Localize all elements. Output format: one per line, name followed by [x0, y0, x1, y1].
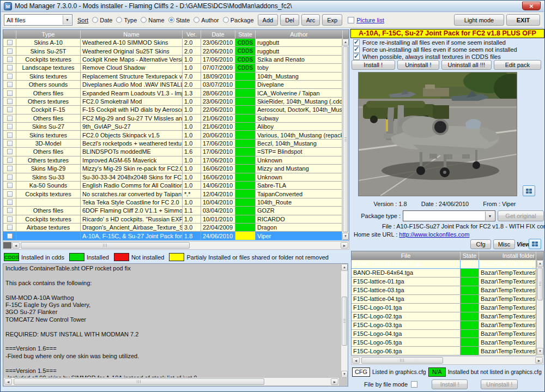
table-row[interactable]: Others textures FC2.0 Smoketrail Mod 1.0… — [3, 98, 349, 106]
checkbox-icon[interactable] — [7, 74, 13, 79]
header-file[interactable]: File — [352, 251, 461, 260]
file-row[interactable]: F15C-Logo-04.tga Bazar\TempTextures\ — [352, 330, 543, 339]
package-type-dropdown[interactable]: ▼ — [403, 210, 495, 221]
scroll-up-arrow[interactable]: ▲ — [341, 264, 348, 271]
checkbox-icon[interactable] — [7, 174, 13, 180]
table-row[interactable]: Others files Expanded Rearm Loadouts V1.… — [3, 89, 349, 97]
sort-label[interactable]: Sort — [77, 17, 88, 23]
cfg-tab-button[interactable]: Cfg — [470, 239, 491, 249]
radio-icon[interactable] — [193, 17, 199, 23]
file-row[interactable]: F15C-Logo-05.tga Bazar\TempTextures\ — [352, 338, 543, 347]
table-row[interactable]: Skins textures Replacement Structure Tex… — [3, 73, 349, 81]
exit-button[interactable]: EXIT — [506, 14, 540, 26]
files-horizontal-scrollbar[interactable]: ◄ ► — [351, 356, 544, 365]
header-checkbox-col[interactable] — [3, 30, 16, 39]
del-button[interactable]: Del — [280, 14, 299, 26]
scroll-down-arrow[interactable]: ▼ — [537, 348, 543, 355]
file-row[interactable]: BANO-RED-64x64.tga Bazar\TempTextures\ — [352, 269, 543, 278]
chevron-down-icon[interactable]: ▼ — [63, 15, 71, 25]
file-row[interactable]: F15C-Logo-06.tga Bazar\TempTextures\ — [352, 347, 543, 355]
edit-pack-button[interactable]: Edit pack — [494, 60, 541, 70]
row-checkbox[interactable] — [3, 123, 16, 131]
checkbox-icon[interactable] — [7, 191, 13, 197]
scroll-thumb[interactable] — [537, 268, 543, 300]
scroll-thumb[interactable] — [342, 297, 347, 346]
table-row[interactable]: A-10A, F-15C, & Su-27 Joint Pack for 1.8… — [3, 232, 349, 240]
row-checkbox[interactable] — [3, 106, 16, 114]
file-row[interactable]: F15C-Logo-01.tga Bazar\TempTextures\ — [352, 304, 543, 312]
row-checkbox[interactable] — [3, 64, 16, 72]
table-row[interactable]: Others files 6DOF Flaming Cliff 2.0 V1.1… — [3, 207, 349, 215]
filter-dropdown[interactable]: All files ▼ — [4, 14, 72, 26]
checkbox-icon[interactable] — [7, 57, 13, 62]
pack-option[interactable]: Force re-installing all files even if so… — [353, 39, 544, 46]
checkbox-icon[interactable] — [7, 149, 13, 154]
mods-vertical-scrollbar[interactable]: ▲ ▼ — [342, 39, 349, 240]
exp-button[interactable]: Exp — [322, 14, 342, 26]
table-row[interactable]: Others files FC2 Mig-29 and Su-27 TV Mis… — [3, 114, 349, 123]
table-row[interactable]: Skins Mig-29 Mizzy's Mig-29 Skin re-pack… — [3, 165, 349, 173]
row-checkbox[interactable] — [3, 131, 16, 139]
checkbox-icon[interactable] — [7, 116, 13, 121]
table-row[interactable]: Ka-50 Sounds English Radio Comms for All… — [3, 182, 349, 190]
files-uninstall-button[interactable]: Uninstall ! — [481, 379, 518, 389]
scroll-up-arrow[interactable]: ▲ — [537, 260, 543, 267]
row-checkbox[interactable] — [3, 140, 16, 148]
header-ver[interactable]: Ver. — [183, 30, 201, 39]
file-row[interactable]: BANO-GREEN-64x64.tga Bazar\TempTextures\ — [352, 260, 543, 269]
arc-button[interactable]: Arc — [301, 14, 320, 26]
checkbox-icon[interactable] — [7, 124, 13, 129]
checkbox-icon[interactable] — [7, 82, 13, 87]
checkbox-icon[interactable] — [7, 216, 13, 222]
checkbox-icon[interactable] — [7, 99, 13, 104]
files-install-button[interactable]: Install ! — [432, 379, 468, 389]
scroll-left-arrow[interactable]: ◄ — [4, 378, 12, 385]
file-row[interactable]: F15C-lattice-04.tga Bazar\TempTextures\ — [352, 295, 543, 304]
scroll-right-arrow[interactable]: ► — [341, 242, 348, 249]
picture-list-checkbox[interactable] — [348, 17, 354, 23]
row-checkbox[interactable] — [3, 81, 16, 89]
image-view-toggle-button[interactable] — [523, 185, 535, 196]
scroll-thumb[interactable] — [14, 378, 264, 385]
sort-radio[interactable]: Author — [193, 17, 219, 23]
table-row[interactable]: Cockpits textures Cockpit Knee Maps - Al… — [3, 56, 349, 64]
scroll-left-arrow[interactable]: ◄ — [12, 242, 20, 249]
table-row[interactable]: Cockpits textures Ricardo' s HD cockpits… — [3, 215, 349, 224]
table-row[interactable]: Skins Su-33 Su-30-33-34 2048x2048 Skins … — [3, 173, 349, 182]
checkbox-icon[interactable] — [7, 40, 13, 45]
radio-icon[interactable] — [141, 17, 147, 23]
header-state[interactable]: State — [461, 251, 479, 260]
table-row[interactable]: Skins Su-25T Weathered Original Su25T Sk… — [3, 47, 349, 55]
scroll-down-arrow[interactable]: ▼ — [342, 233, 349, 240]
row-checkbox[interactable] — [3, 56, 16, 64]
table-row[interactable]: Skins Su-27 9th_GvIAP_Su-27 1.0 21/06/20… — [3, 123, 349, 131]
sort-radio[interactable]: Name — [141, 17, 164, 23]
sort-radio[interactable]: Date — [92, 17, 112, 23]
row-checkbox[interactable] — [3, 165, 16, 173]
table-row[interactable]: Skins textures FC2.0 Objects Skinpack v1… — [3, 131, 349, 139]
table-row[interactable]: Others sounds Diveplanes Audio Mod .WAV … — [3, 81, 349, 89]
checkbox-icon[interactable] — [7, 65, 13, 70]
get-original-button[interactable]: Get original — [498, 210, 544, 221]
view-grid-button[interactable] — [529, 239, 541, 249]
radio-icon[interactable] — [168, 17, 174, 23]
file-row[interactable]: F15C-lattice-03.tga Bazar\TempTextures\ — [352, 286, 543, 295]
scroll-thumb[interactable] — [21, 242, 190, 249]
scroll-up-arrow[interactable]: ▲ — [342, 39, 349, 46]
row-checkbox[interactable] — [3, 232, 16, 240]
row-checkbox[interactable] — [3, 215, 16, 224]
sort-radio[interactable]: State — [168, 17, 190, 23]
pack-option[interactable]: Force un-installing all files even if so… — [353, 46, 544, 53]
row-checkbox[interactable] — [3, 198, 16, 207]
row-checkbox[interactable] — [3, 73, 16, 81]
light-mode-button[interactable]: Light mode — [454, 14, 504, 26]
file-row[interactable]: F15C-Logo-02.tga Bazar\TempTextures\ — [352, 312, 543, 321]
scroll-down-arrow[interactable]: ▼ — [341, 371, 348, 378]
table-row[interactable]: 3D-Model Beczl's rocketpods + weathered … — [3, 140, 349, 148]
table-row[interactable]: Others textures Improved AGM-65 Maverick… — [3, 156, 349, 165]
scroll-right-arrow[interactable]: ► — [535, 357, 543, 364]
install-button[interactable]: Install ! — [352, 60, 395, 70]
files-vertical-scrollbar[interactable]: ▲ ▼ — [536, 260, 543, 355]
table-row[interactable]: Teka Teka Style Coastline for FC 2.0 1.0… — [3, 198, 349, 207]
header-date[interactable]: Date — [201, 30, 235, 39]
